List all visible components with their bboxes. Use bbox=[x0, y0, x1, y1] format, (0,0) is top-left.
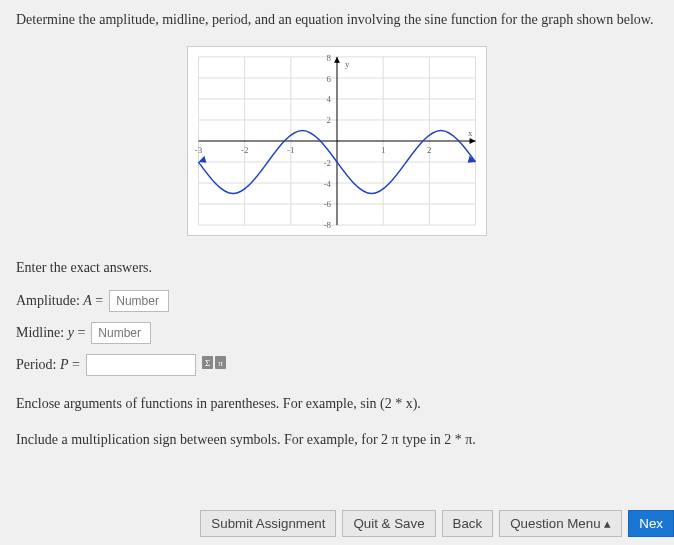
svg-text:-8: -8 bbox=[324, 220, 332, 230]
bottom-bar: Submit Assignment Quit & Save Back Quest… bbox=[200, 510, 674, 537]
back-button[interactable]: Back bbox=[442, 510, 494, 537]
svg-text:y: y bbox=[345, 58, 350, 68]
hint-parentheses: Enclose arguments of functions in parent… bbox=[16, 396, 658, 412]
svg-text:-2: -2 bbox=[241, 144, 248, 154]
svg-text:-2: -2 bbox=[324, 157, 331, 167]
svg-text:8: 8 bbox=[327, 52, 332, 62]
svg-text:1: 1 bbox=[381, 144, 385, 154]
next-button[interactable]: Nex bbox=[628, 510, 674, 537]
midline-label: Midline: y = bbox=[16, 325, 85, 341]
svg-text:2: 2 bbox=[427, 144, 431, 154]
quit-save-button[interactable]: Quit & Save bbox=[342, 510, 435, 537]
period-label: Period: P = bbox=[16, 357, 80, 373]
amplitude-input[interactable] bbox=[109, 290, 169, 312]
midline-row: Midline: y = bbox=[16, 322, 658, 344]
svg-text:π: π bbox=[218, 358, 223, 368]
sine-graph: -3 -2 -1 1 2 x 8 6 4 2 -2 -4 -6 -8 y bbox=[187, 46, 487, 236]
submit-button[interactable]: Submit Assignment bbox=[200, 510, 336, 537]
svg-text:-3: -3 bbox=[195, 144, 203, 154]
svg-text:-6: -6 bbox=[324, 199, 332, 209]
svg-text:Σ: Σ bbox=[205, 358, 210, 368]
svg-text:-1: -1 bbox=[287, 144, 294, 154]
svg-text:x: x bbox=[468, 128, 473, 138]
svg-text:4: 4 bbox=[327, 94, 332, 104]
svg-text:6: 6 bbox=[327, 73, 332, 83]
period-row: Period: P = Σπ bbox=[16, 354, 658, 376]
hint-multiplication: Include a multiplication sign between sy… bbox=[16, 432, 658, 448]
svg-text:2: 2 bbox=[327, 115, 331, 125]
enter-label: Enter the exact answers. bbox=[16, 260, 658, 276]
amplitude-label: Amplitude: A = bbox=[16, 293, 103, 309]
period-input[interactable] bbox=[86, 354, 196, 376]
question-menu-button[interactable]: Question Menu ▴ bbox=[499, 510, 622, 537]
equation-editor-icon[interactable]: Σπ bbox=[202, 356, 226, 374]
amplitude-row: Amplitude: A = bbox=[16, 290, 658, 312]
midline-input[interactable] bbox=[91, 322, 151, 344]
svg-text:-4: -4 bbox=[324, 178, 332, 188]
problem-statement: Determine the amplitude, midline, period… bbox=[16, 10, 658, 30]
graph-container: -3 -2 -1 1 2 x 8 6 4 2 -2 -4 -6 -8 y bbox=[16, 46, 658, 240]
